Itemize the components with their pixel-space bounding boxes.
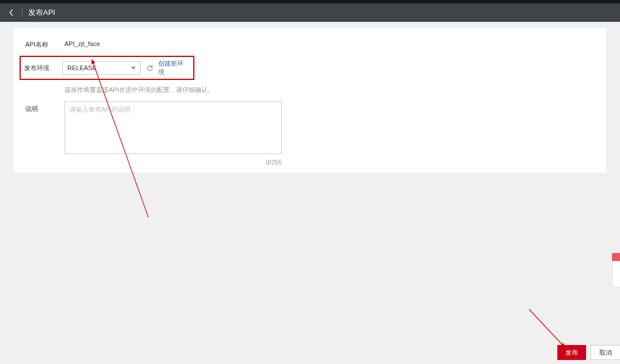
row-env: 发布环境 RELEASE 创建新环境 xyxy=(25,56,595,80)
row-env-hint: 该操作将覆盖该API在选中环境的配置，请仔细确认。 xyxy=(25,82,595,94)
page-header: 发布API xyxy=(0,3,620,22)
env-hint-text: 该操作将覆盖该API在选中环境的配置，请仔细确认。 xyxy=(64,86,214,94)
label-api-name: API名称 xyxy=(25,37,64,49)
desc-wrap: 0/255 xyxy=(64,101,282,156)
page-title: 发布API xyxy=(28,7,55,18)
env-highlight-box: 发布环境 RELEASE 创建新环境 xyxy=(20,56,194,80)
form-panel: API名称 API_zjt_face 发布环境 RELEASE 创建新环境 该操… xyxy=(14,28,606,173)
env-select[interactable]: RELEASE xyxy=(62,61,141,75)
back-icon[interactable] xyxy=(7,8,16,17)
label-desc: 说明 xyxy=(25,101,64,113)
header-divider xyxy=(22,9,22,17)
cancel-button[interactable]: 取消 xyxy=(591,345,620,360)
value-api-name: API_zjt_face xyxy=(64,37,100,47)
side-widget-accent xyxy=(612,253,620,261)
caret-down-icon xyxy=(131,67,136,70)
row-desc: 说明 0/255 xyxy=(25,101,595,156)
create-env-link[interactable]: 创建新环境 xyxy=(158,59,190,76)
publish-button[interactable]: 发布 xyxy=(557,345,586,360)
char-counter: 0/255 xyxy=(266,159,282,166)
desc-textarea[interactable] xyxy=(64,101,282,154)
env-select-value: RELEASE xyxy=(67,64,97,71)
row-api-name: API名称 API_zjt_face xyxy=(25,37,595,49)
footer-actions: 发布 取消 xyxy=(557,341,620,364)
refresh-icon[interactable] xyxy=(146,64,154,72)
label-env: 发布环境 xyxy=(24,64,58,72)
